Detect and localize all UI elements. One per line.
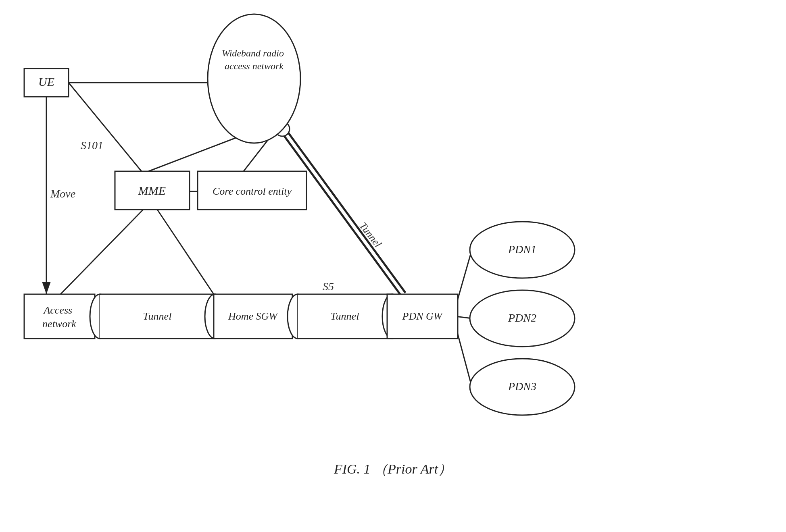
wideband-to-mme-left — [143, 137, 238, 173]
pdn-gw-label: PDN GW — [402, 310, 443, 322]
mme-label: MME — [138, 184, 166, 197]
s5-label: S5 — [323, 280, 334, 293]
mme-to-sgw-right — [157, 210, 214, 294]
ue-label: UE — [38, 75, 54, 88]
s101-label: S101 — [81, 139, 103, 152]
home-sgw-label: Home SGW — [228, 310, 278, 322]
core-control-label: Core control entity — [213, 185, 292, 197]
pdn3-label: PDN3 — [508, 380, 536, 393]
pdn2-label: PDN2 — [508, 312, 536, 324]
wideband-ellipse — [208, 14, 300, 143]
tunnel2-left-cover — [298, 295, 308, 338]
move-label: Move — [50, 187, 75, 200]
diagonal-tunnel-inner — [282, 129, 403, 294]
tunnel1-label: Tunnel — [143, 310, 172, 322]
tunnel1-left-cover — [100, 295, 110, 338]
tunnel2-label: Tunnel — [331, 310, 359, 322]
fig-caption: FIG. 1 （Prior Art） — [334, 461, 452, 476]
pdn1-label: PDN1 — [508, 243, 536, 256]
ue-to-mme-line — [69, 83, 143, 173]
access-network-box — [24, 294, 95, 339]
mme-to-access-left — [60, 210, 143, 294]
